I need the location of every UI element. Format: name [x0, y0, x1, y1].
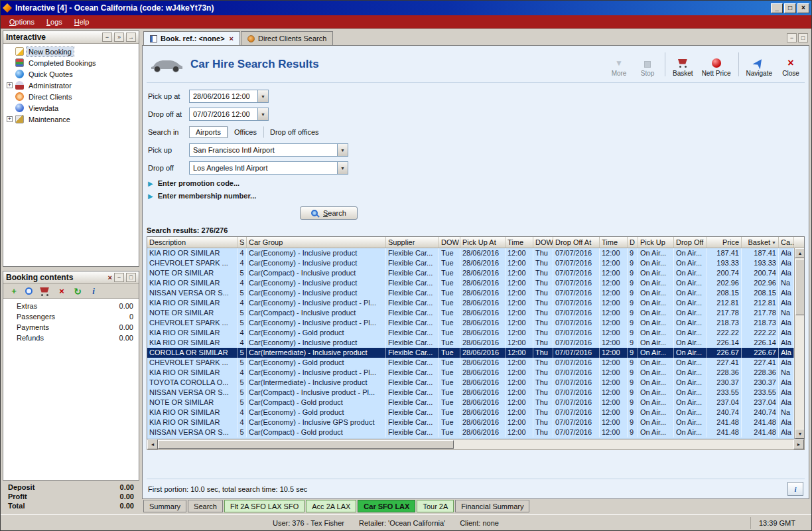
sidebar-item-viewdata[interactable]: Viewdata	[3, 102, 139, 114]
dropoff-at-combo[interactable]: 07/07/2016 12:00 ▼	[189, 108, 269, 121]
column-header-pick-up-at[interactable]: Pick Up At	[460, 237, 506, 248]
table-row[interactable]: KIA RIO OR SIMILAR4Car(Economy) - Inclus…	[147, 417, 794, 427]
chevron-down-icon[interactable]: ▼	[257, 90, 268, 102]
column-header-supplier[interactable]: Supplier	[386, 237, 439, 248]
sidebar-item-administrator[interactable]: +Administrator	[3, 80, 139, 91]
table-row[interactable]: NOTE OR SIMILAR5Car(Compact) - Inclusive…	[147, 308, 794, 318]
scroll-down-icon[interactable]: ▼	[795, 429, 805, 439]
table-row[interactable]: KIA RIO OR SIMILAR4Car(Economy) - Inclus…	[147, 298, 794, 308]
vertical-scrollbar[interactable]: ▲ ▼	[794, 248, 805, 439]
panel-dock-icon[interactable]: »	[114, 33, 124, 42]
table-row[interactable]: TOYOTA COROLLA O...5Car(Intermediate) - …	[147, 378, 794, 388]
table-row[interactable]: NOTE OR SIMILAR5Car(Compact) - Gold prod…	[147, 398, 794, 408]
promotion-code-link[interactable]: ▶ Enter promotion code...	[148, 179, 803, 187]
column-header-basket[interactable]: Basket▼	[742, 237, 779, 248]
sidebar-item-quick-quotes[interactable]: Quick Quotes	[3, 68, 139, 80]
pickup-combo[interactable]: San Francisco Intl Airport ▼	[189, 143, 348, 157]
chevron-down-icon[interactable]: ▼	[337, 162, 348, 174]
scrollbar-track[interactable]	[795, 316, 805, 429]
pickup-at-combo[interactable]: 28/06/2016 12:00 ▼	[189, 90, 269, 103]
scroll-left-icon[interactable]: ◄	[147, 439, 158, 449]
column-header-price[interactable]: Price	[707, 237, 742, 248]
membership-number-link[interactable]: ▶ Enter membership number...	[148, 192, 803, 200]
table-row[interactable]: KIA RIO OR SIMILAR4Car(Economy) - Inclus…	[147, 248, 794, 258]
booking-close-icon[interactable]: ×	[108, 273, 112, 281]
sidebar-item-direct-clients[interactable]: Direct Clients	[3, 91, 139, 102]
expand-plus-icon[interactable]: +	[7, 116, 13, 122]
table-row[interactable]: NISSAN VERSA OR S...5Car(Compact) - Incl…	[147, 388, 794, 398]
table-row[interactable]: KIA RIO OR SIMILAR4Car(Economy) - Inclus…	[147, 338, 794, 348]
bottom-tab-flt-2a-sfo-lax-sfo[interactable]: Flt 2A SFO LAX SFO	[224, 500, 304, 512]
menu-item-options[interactable]: Options	[3, 17, 40, 27]
table-row[interactable]: CHEVROLET SPARK ...5Car(Economy) - Inclu…	[147, 318, 794, 328]
column-header-dow[interactable]: DOW	[439, 237, 460, 248]
column-header-pick-up[interactable]: Pick Up	[638, 237, 674, 248]
basket-button[interactable]: Basket	[671, 51, 695, 78]
expand-plus-icon[interactable]: +	[7, 82, 13, 88]
panel-pin-icon[interactable]: →	[126, 33, 136, 42]
column-header-d[interactable]: D	[628, 237, 638, 248]
close-icon[interactable]: ×	[797, 3, 809, 13]
table-row[interactable]: NOTE OR SIMILAR5Car(Compact) - Inclusive…	[147, 268, 794, 278]
menu-item-help[interactable]: Help	[68, 17, 96, 27]
chevron-down-icon[interactable]: ▼	[257, 108, 268, 120]
sidebar-item-maintenance[interactable]: +Maintenance	[3, 114, 139, 125]
basket-icon[interactable]	[39, 287, 50, 296]
search-in-tab-drop-off-offices[interactable]: Drop off offices	[263, 126, 326, 138]
table-row[interactable]: KIA RIO OR SIMILAR4Car(Economy) - Inclus…	[147, 278, 794, 288]
search-in-tab-airports[interactable]: Airports	[189, 126, 228, 138]
table-row[interactable]: NISSAN VERSA OR S...5Car(Economy) - Incl…	[147, 288, 794, 298]
bottom-tab-summary[interactable]: Summary	[143, 500, 186, 512]
refresh-icon[interactable]: ↻	[73, 287, 82, 296]
column-header-description[interactable]: Description	[147, 237, 237, 248]
close-tab-icon[interactable]: ×	[230, 35, 234, 42]
add-icon[interactable]: +	[9, 287, 19, 296]
doc-tab-book-ref-none[interactable]: Book. ref.: <none>×	[143, 31, 240, 45]
scrollbar-thumb[interactable]	[158, 440, 454, 449]
booking-float-icon[interactable]: □	[126, 273, 136, 282]
info-icon[interactable]: i	[89, 287, 98, 296]
column-header-time[interactable]: Time	[506, 237, 533, 248]
search-in-tab-offices[interactable]: Offices	[228, 126, 263, 138]
bottom-tab-tour-2a[interactable]: Tour 2A	[417, 500, 454, 512]
scroll-right-icon[interactable]: ►	[793, 439, 804, 449]
scrollbar-thumb[interactable]	[795, 259, 805, 315]
column-header-time[interactable]: Time	[600, 237, 628, 248]
column-header-dow[interactable]: DOW	[533, 237, 553, 248]
bottom-tab-acc-2a-lax[interactable]: Acc 2A LAX	[306, 500, 356, 512]
clock-icon[interactable]	[25, 287, 33, 295]
horizontal-scrollbar[interactable]: ◄ ►	[147, 439, 805, 450]
chevron-down-icon[interactable]: ▼	[337, 144, 348, 156]
bottom-tab-car-sfo-lax[interactable]: Car SFO LAX	[358, 500, 415, 512]
maximize-icon[interactable]: □	[784, 3, 796, 13]
column-header-drop-off[interactable]: Drop Off	[674, 237, 707, 248]
table-row[interactable]: NISSAN VERSA OR S...5Car(Compact) - Gold…	[147, 427, 794, 437]
sidebar-item-completed-bookings[interactable]: Completed Bookings	[3, 57, 139, 68]
table-row[interactable]: KIA RIO OR SIMILAR4Car(Economy) - Inclus…	[147, 368, 794, 378]
bottom-tab-financial-summary[interactable]: Financial Summary	[455, 500, 529, 512]
navigate-button[interactable]: Navigate	[745, 51, 774, 78]
search-button[interactable]: Search	[300, 206, 358, 220]
column-header-car-group[interactable]: Car Group	[247, 237, 386, 248]
booking-minimize-icon[interactable]: −	[114, 273, 124, 282]
close-button[interactable]: ×Close	[779, 51, 802, 78]
panel-collapse-icon[interactable]: −	[102, 33, 112, 42]
column-header-drop-off-at[interactable]: Drop Off At	[553, 237, 600, 248]
scrollbar-track[interactable]	[454, 439, 794, 449]
sidebar-item-new-booking[interactable]: New Booking	[3, 46, 139, 57]
delete-icon[interactable]: ×	[57, 287, 66, 296]
tabstrip-minimize-icon[interactable]: −	[787, 33, 797, 42]
minimize-icon[interactable]: _	[771, 3, 783, 13]
scroll-up-icon[interactable]: ▲	[795, 248, 805, 258]
table-row[interactable]: KIA RIO OR SIMILAR4Car(Economy) - Gold p…	[147, 408, 794, 417]
tabstrip-restore-icon[interactable]: □	[798, 33, 808, 42]
table-row[interactable]: CHEVROLET SPARK ...5Car(Economy) - Gold …	[147, 358, 794, 368]
column-header-ca[interactable]: Ca...	[779, 237, 794, 248]
dropoff-combo[interactable]: Los Angeles Intl Airport ▼	[189, 161, 348, 175]
column-header-s[interactable]: S	[237, 237, 247, 248]
nett-price-button[interactable]: Nett Price	[701, 51, 732, 78]
table-row[interactable]: CHEVROLET SPARK ...4Car(Economy) - Inclu…	[147, 258, 794, 268]
doc-tab-direct-clients-search[interactable]: Direct Clients Search	[241, 31, 333, 45]
menu-item-logs[interactable]: Logs	[40, 17, 68, 27]
table-row[interactable]: COROLLA OR SIMILAR5Car(Intermediate) - I…	[147, 348, 794, 358]
